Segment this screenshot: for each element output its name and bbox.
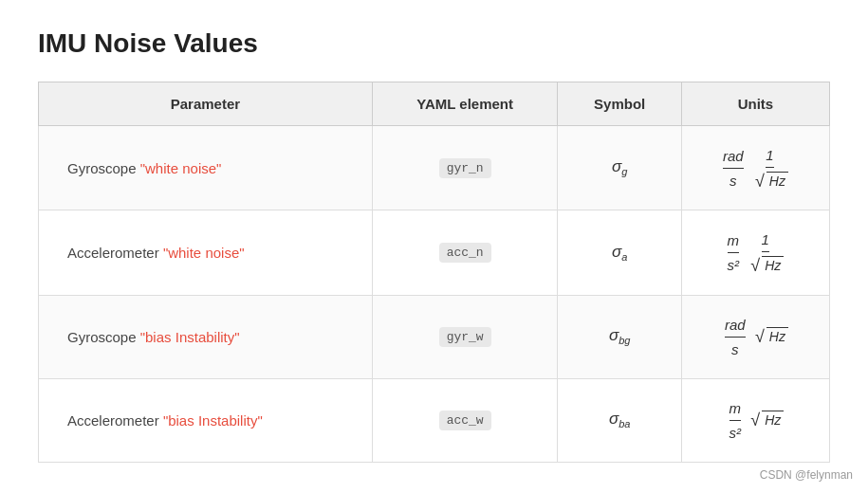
numer: m: [729, 398, 742, 421]
symbol-sub: bg: [619, 336, 630, 347]
numer: rad: [723, 146, 744, 169]
imu-noise-table: Parameter YAML element Symbol Units Gyro…: [38, 82, 830, 463]
sqrt-content: Hz: [766, 172, 788, 192]
yaml-badge: acc_w: [439, 411, 491, 430]
symbol-sub: a: [621, 251, 627, 263]
sqrt-content: Hz: [762, 411, 784, 430]
denom-sqrt: √Hz: [751, 168, 788, 191]
symbol-text: σg: [612, 157, 627, 175]
denom: s: [729, 169, 737, 191]
fraction-one-over-sqrt: 1 √Hz: [751, 145, 788, 191]
yaml-cell: acc_w: [372, 378, 558, 462]
fraction: m s²: [728, 230, 740, 275]
symbol-cell: σbg: [558, 295, 681, 378]
units-cell: m s² √Hz: [681, 378, 829, 462]
sqrt-content: Hz: [766, 327, 788, 347]
numer: rad: [725, 315, 746, 338]
table-row: Accelerometer "white noise"acc_nσa m s² …: [39, 210, 830, 295]
watermark: CSDN @felynman: [760, 468, 853, 482]
table-row: Accelerometer "bias Instability"acc_wσba…: [39, 378, 830, 462]
numer-one: 1: [762, 229, 769, 252]
symbol-cell: σba: [558, 378, 681, 462]
numer-one: 1: [766, 145, 773, 168]
symbol-sub: g: [621, 167, 627, 178]
denom: s²: [729, 421, 742, 443]
col-header-parameter: Parameter: [39, 82, 373, 126]
param-cell: Accelerometer "white noise": [39, 210, 373, 295]
col-header-symbol: Symbol: [558, 82, 681, 126]
units-frac-sqrt: m s² √Hz: [728, 411, 785, 427]
yaml-badge: gyr_w: [439, 327, 491, 347]
units-cell: m s² 1 √Hz: [681, 210, 829, 295]
param-text: Gyroscope "bias Instability": [67, 329, 240, 345]
units-cell: rad s 1 √Hz: [681, 126, 829, 210]
param-text: Accelerometer "bias Instability": [67, 412, 263, 429]
sqrt-wrapper: √Hz: [755, 172, 788, 192]
fraction: rad s: [725, 315, 746, 359]
denom: s: [731, 338, 739, 359]
param-quoted: "white noise": [163, 245, 245, 261]
sqrt-wrapper: √Hz: [755, 327, 788, 347]
sqrt-symbol: √: [750, 411, 760, 429]
sqrt-symbol: √: [755, 173, 765, 190]
units-fraction: rad s 1 √Hz: [721, 158, 790, 174]
param-quoted: "bias Instability": [140, 329, 240, 345]
denom-sqrt: √Hz: [747, 252, 784, 275]
symbol-text: σa: [612, 243, 627, 261]
sqrt-symbol: √: [755, 328, 765, 345]
sqrt-wrapper: √Hz: [750, 256, 784, 276]
denom: s²: [728, 253, 740, 275]
col-header-yaml: YAML element: [372, 82, 558, 126]
fraction-one-over-sqrt: 1 √Hz: [747, 229, 784, 275]
yaml-cell: acc_n: [372, 210, 558, 295]
yaml-cell: gyr_n: [372, 126, 558, 210]
symbol-cell: σa: [558, 210, 681, 295]
param-text: Gyroscope "white noise": [67, 160, 221, 176]
fraction: rad s: [723, 146, 744, 191]
page-title: IMU Noise Values: [38, 28, 830, 59]
fraction: m s²: [729, 398, 742, 443]
param-text: Accelerometer "white noise": [67, 245, 245, 261]
symbol-text: σbg: [609, 326, 631, 344]
sqrt-symbol: √: [750, 257, 760, 274]
symbol-sub: ba: [619, 419, 630, 430]
yaml-cell: gyr_w: [372, 295, 558, 378]
yaml-badge: acc_n: [439, 243, 491, 263]
param-cell: Accelerometer "bias Instability": [39, 378, 373, 462]
symbol-cell: σg: [558, 126, 681, 210]
col-header-units: Units: [681, 82, 829, 126]
param-quoted: "bias Instability": [163, 412, 263, 429]
param-quoted: "white noise": [140, 160, 222, 176]
symbol-text: σba: [609, 410, 631, 428]
param-cell: Gyroscope "white noise": [39, 126, 373, 210]
table-row: Gyroscope "white noise"gyr_nσg rad s 1 √…: [39, 126, 830, 210]
units-fraction: m s² 1 √Hz: [726, 243, 786, 259]
table-row: Gyroscope "bias Instability"gyr_wσbg rad…: [39, 295, 830, 378]
yaml-badge: gyr_n: [439, 158, 491, 178]
sqrt-content: Hz: [762, 256, 784, 276]
sqrt-wrapper: √Hz: [750, 411, 784, 430]
units-cell: rad s √Hz: [681, 295, 829, 378]
numer: m: [728, 230, 740, 253]
table-header-row: Parameter YAML element Symbol Units: [39, 82, 830, 126]
param-cell: Gyroscope "bias Instability": [39, 295, 373, 378]
units-frac-sqrt: rad s √Hz: [723, 327, 788, 343]
